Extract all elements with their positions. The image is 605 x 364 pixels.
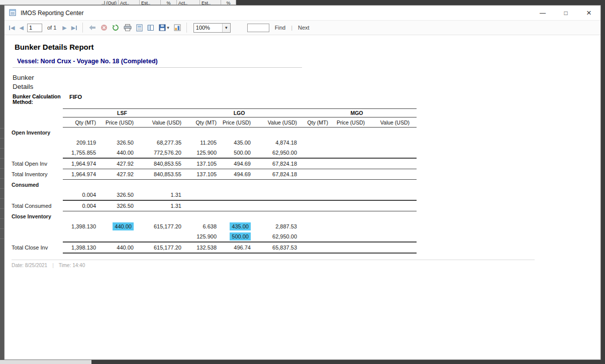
table-data-row: 0.004326.501.31 — [12, 190, 417, 200]
bunker-details-label: Bunker Details — [13, 73, 45, 91]
table-cell: 326.50 — [96, 192, 134, 198]
last-page-glyph: ▶ — [71, 25, 75, 31]
table-cell: 1,398.130 — [63, 245, 96, 251]
table-cell: 840,853.55 — [134, 171, 181, 177]
table-section-row: Close Inventory — [12, 211, 417, 221]
table-cell: 500.00 — [217, 150, 251, 156]
table-data-row: Total Open Inv1,964.974427.92840,853.551… — [12, 159, 417, 169]
first-page-icon[interactable]: ◀ — [8, 25, 16, 31]
print-layout-icon[interactable] — [135, 24, 144, 32]
find-button[interactable]: Find — [275, 25, 285, 31]
calc-method-row: Bunker Calculation Method: FIFO — [13, 94, 600, 105]
table-cell: 1,964.974 — [63, 161, 96, 167]
table-cell: 1.31 — [134, 203, 181, 209]
table-cell: 440.00 — [96, 150, 134, 156]
table-cell: 326.50 — [96, 203, 134, 209]
row-label: Total Open Inv — [12, 161, 63, 167]
table-cell: 494.69 — [217, 171, 251, 177]
table-cell: 68,277.35 — [134, 140, 181, 146]
first-page-bar — [9, 26, 10, 30]
stop-icon[interactable] — [99, 24, 109, 31]
page-setup-icon[interactable] — [146, 24, 155, 31]
last-page-bar — [76, 26, 77, 30]
next-page-glyph: ▶ — [62, 25, 66, 31]
background-column-header: % — [161, 0, 177, 5]
table-cell: 1,398.130 — [63, 223, 96, 229]
table-body: Open Inventory209.119326.5068,277.3511.2… — [12, 128, 417, 254]
print-layout-icon-graphic — [136, 24, 143, 32]
fuel-group-header-row: LSF LGO MGO — [63, 108, 417, 117]
first-page-glyph: ◀ — [11, 25, 15, 31]
background-column-header: Est.. — [140, 0, 161, 5]
refresh-icon-graphic — [112, 24, 119, 31]
column-header: Price (USD) — [217, 119, 251, 126]
footer-date: Date: 8/25/2021 — [12, 263, 47, 268]
row-label: Close Inventory — [12, 213, 63, 219]
data-feed-icon[interactable] — [173, 24, 182, 31]
fuel-group-mgo: MGO — [297, 110, 417, 116]
table-cell: 326.50 — [96, 140, 134, 146]
close-button[interactable]: × — [577, 6, 600, 20]
back-icon[interactable] — [87, 25, 97, 31]
maximize-button[interactable]: □ — [554, 6, 577, 20]
header-divider — [13, 67, 302, 68]
zoom-dropdown-icon[interactable]: ▾ — [222, 24, 230, 32]
background-column-header: % — [221, 0, 236, 5]
table-section-row: Consumed — [12, 180, 417, 190]
table-cell: 1,964.974 — [63, 171, 96, 177]
table-cell: 615,177.20 — [134, 223, 181, 229]
window-controls: — □ × — [531, 6, 600, 20]
column-header: Qty (MT) — [181, 119, 217, 126]
table-cell: 0.004 — [63, 192, 96, 198]
fuel-group-lgo: LGO — [181, 110, 297, 116]
background-grid-lines — [0, 128, 4, 246]
table-cell: 137.105 — [181, 161, 217, 167]
toolbar-separator — [82, 23, 83, 33]
calc-method-value: FIFO — [69, 94, 82, 100]
table-cell: 772,576.20 — [134, 150, 181, 156]
table-cell: 500.00 — [217, 233, 251, 239]
background-column-header: ..l (Out) — [0, 0, 119, 5]
minimize-button[interactable]: — — [531, 6, 554, 20]
print-icon[interactable] — [123, 24, 133, 31]
find-input[interactable] — [247, 24, 269, 32]
row-label: Consumed — [12, 182, 63, 188]
table-cell: 137.105 — [181, 171, 217, 177]
table-data-row: 209.119326.5068,277.3511.205435.004,874.… — [12, 138, 417, 148]
back-icon-graphic — [88, 25, 96, 31]
table-cell: 4,874.18 — [251, 140, 297, 146]
report-viewport: Bunker Details Report Vessel: Nord Crux … — [5, 35, 600, 359]
window-titlebar: IMOS Reporting Center — □ × — [5, 6, 600, 20]
next-button[interactable]: Next — [298, 25, 310, 31]
page-number-input[interactable] — [27, 24, 42, 32]
stop-icon-graphic — [100, 24, 108, 31]
window-title: IMOS Reporting Center — [21, 10, 83, 17]
export-icon[interactable]: ▾ — [158, 24, 170, 31]
report-title: Bunker Details Report — [15, 43, 600, 51]
search-highlight: 500.00 — [230, 232, 251, 240]
table-cell: 435.00 — [217, 223, 251, 229]
refresh-icon[interactable] — [111, 24, 120, 31]
row-label: Total Close Inv — [12, 245, 63, 251]
zoom-select[interactable]: 100% ▾ — [193, 23, 231, 33]
column-header: Qty (MT) — [63, 119, 96, 126]
page-setup-icon-graphic — [147, 24, 154, 31]
table-cell: 132.538 — [181, 245, 217, 251]
find-next-separator: | — [291, 25, 292, 31]
previous-page-icon[interactable]: ◀ — [18, 25, 24, 31]
column-header: Price (USD) — [328, 119, 365, 126]
table-data-row: 125.900500.0062,950.00 — [12, 231, 417, 241]
zoom-value: 100% — [194, 24, 222, 32]
page-count-label: of 1 — [47, 25, 56, 31]
table-cell: 1,755.855 — [63, 150, 96, 156]
table-cell: 125.900 — [181, 150, 217, 156]
table-data-row: Total Inventory1,964.974427.92840,853.55… — [12, 169, 417, 179]
table-cell: 615,177.20 — [134, 245, 181, 251]
export-dropdown-icon[interactable]: ▾ — [167, 25, 169, 30]
next-page-icon[interactable]: ▶ — [61, 25, 67, 31]
table-cell: 496.74 — [217, 245, 251, 251]
footer-separator: | — [52, 263, 54, 268]
table-cell: 440.00 — [96, 223, 134, 229]
table-cell: 67,824.18 — [251, 171, 297, 177]
last-page-icon[interactable]: ▶ — [70, 25, 78, 31]
